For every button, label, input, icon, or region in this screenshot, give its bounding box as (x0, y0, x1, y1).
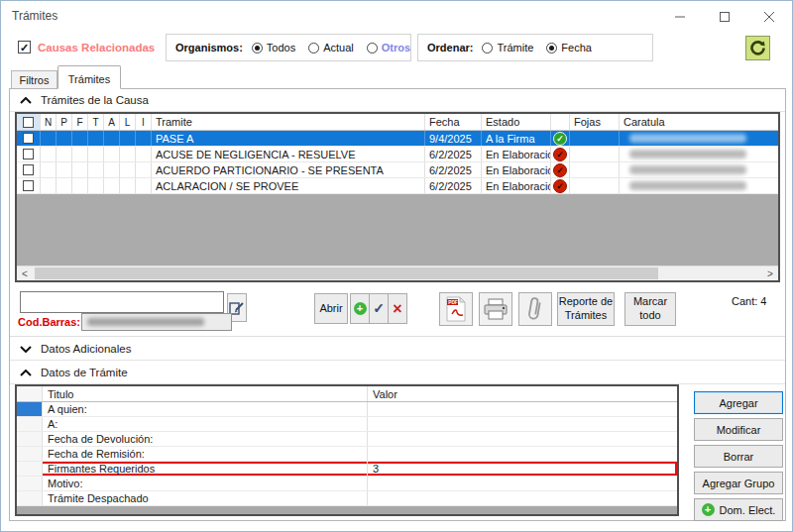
scroll-right-icon[interactable]: > (762, 268, 778, 279)
status-draft-icon: ✓ (553, 179, 567, 193)
column-header-t[interactable]: T (88, 114, 104, 130)
refresh-button[interactable] (745, 36, 770, 60)
column-header-p[interactable]: P (57, 114, 72, 130)
estado-cell: En Elaboración (482, 147, 551, 161)
flag-cell (104, 131, 120, 146)
scrollbar-thumb[interactable] (35, 267, 658, 279)
row-selector[interactable] (17, 432, 43, 446)
radio-fecha[interactable]: Fecha (546, 42, 592, 53)
flag-cell (136, 147, 152, 161)
cod-barras-input[interactable] (81, 313, 232, 331)
radio-icon (546, 43, 557, 53)
pdf-button[interactable]: PDF (439, 292, 473, 326)
button-label: Reporte de (559, 295, 613, 309)
organismos-groupbox: Organismos: TodosActualOtros (166, 34, 411, 61)
agregar-button[interactable]: Agregar (694, 391, 783, 414)
radio-tr-mite[interactable]: Trámite (482, 42, 533, 53)
flag-cell (104, 147, 120, 161)
minimize-button[interactable] (657, 2, 702, 31)
column-header-a[interactable]: A (104, 114, 120, 130)
estado-cell: A la Firma (482, 131, 551, 146)
tramite-search-input[interactable] (20, 291, 224, 313)
row-checkbox[interactable] (17, 178, 41, 193)
datos-row[interactable]: A: (17, 417, 677, 432)
column-header-f[interactable]: F (72, 114, 88, 130)
column-header-n[interactable]: N (41, 114, 57, 130)
radio-actual[interactable]: Actual (308, 42, 354, 53)
fojas-cell (570, 147, 620, 161)
flag-cell (120, 147, 136, 161)
column-header-i[interactable]: I (136, 114, 152, 130)
column-header-estado[interactable]: Estado (482, 114, 551, 130)
tab-tr-mites[interactable]: Trámites (57, 65, 121, 89)
causas-relacionadas-checkbox[interactable]: ✓ Causas Relacionadas (18, 41, 155, 53)
flag-cell (88, 147, 104, 161)
column-header-l[interactable]: L (120, 114, 136, 130)
horizontal-scrollbar[interactable]: < > (17, 266, 778, 280)
tramites-window: Trámites ✓ Causas Relacionadas Organismo… (0, 0, 793, 532)
row-checkbox[interactable] (17, 162, 41, 177)
confirm-button[interactable]: ✓ (369, 293, 389, 324)
scroll-left-icon[interactable]: < (17, 268, 33, 279)
row-checkbox[interactable] (17, 131, 41, 146)
titulo-cell: Fecha de Remisión: (43, 447, 368, 461)
column-header-titulo[interactable]: Titulo (43, 386, 368, 401)
column-header-fojas[interactable]: Fojas (570, 114, 620, 130)
datos-row[interactable]: Trámite Despachado (17, 491, 677, 506)
row-selector[interactable] (17, 462, 43, 476)
column-header-valor[interactable]: Valor (368, 386, 677, 401)
caratula-cell (620, 131, 778, 146)
table-row[interactable]: ACUSE DE NEGLIGENCIA - RESUELVE6/2/2025E… (17, 147, 778, 162)
row-checkbox[interactable] (17, 147, 41, 161)
section-title: Trámites de la Causa (41, 94, 149, 106)
column-header-caratula[interactable]: Caratula (620, 114, 778, 130)
agregar-grupo-button[interactable]: Agregar Grupo (694, 472, 783, 494)
add-button[interactable]: + (350, 293, 370, 324)
dom-elect-button[interactable]: +Dom. Elect. (694, 498, 783, 521)
table-row[interactable]: ACLARACION / SE PROVEE6/2/2025En Elabora… (17, 178, 778, 194)
borrar-button[interactable]: Borrar (694, 445, 783, 468)
flag-cell (41, 162, 57, 177)
column-header-tramite[interactable]: Tramite (152, 114, 425, 130)
row-selector[interactable] (17, 491, 43, 505)
maximize-button[interactable] (702, 2, 746, 31)
datos-de-tramite-header[interactable]: Datos de Trámite (10, 362, 785, 384)
close-button[interactable] (746, 2, 791, 31)
tramites-table-header: NPFTALITramiteFechaEstadoFojasCaratula (17, 114, 778, 131)
tab-filtros[interactable]: Filtros (11, 70, 57, 89)
row-selector[interactable] (17, 402, 43, 416)
table-bottom-scrollbar[interactable] (17, 506, 677, 514)
tramite-cell: PASE A (152, 131, 425, 146)
datos-row[interactable]: Motivo: (17, 477, 677, 491)
column-header-status[interactable] (551, 114, 570, 130)
datos-row[interactable]: A quien: (17, 402, 677, 417)
table-row[interactable]: PASE A9/4/2025A la Firma✓ (17, 131, 778, 147)
select-all-checkbox[interactable] (17, 114, 41, 130)
row-selector[interactable] (17, 477, 43, 490)
row-selector[interactable] (17, 447, 43, 461)
estado-cell: En Elaboración (482, 162, 551, 177)
modificar-button[interactable]: Modificar (694, 418, 783, 441)
delete-button[interactable]: × (388, 293, 407, 324)
reporte-de-tramites-button[interactable]: Reporte de Trámites (557, 292, 615, 326)
flag-cell (57, 162, 72, 177)
checkbox-icon (23, 149, 34, 160)
radio-otros[interactable]: Otros (367, 42, 410, 53)
datos-row[interactable]: Fecha de Remisión: (17, 447, 677, 462)
button-label: Marcar (633, 295, 667, 309)
scrollbar-track[interactable] (33, 266, 762, 280)
radio-todos[interactable]: Todos (252, 42, 295, 53)
abrir-button[interactable]: Abrir (314, 293, 348, 324)
attachment-button[interactable] (518, 292, 552, 326)
flag-cell (136, 131, 152, 146)
column-header-fecha[interactable]: Fecha (425, 114, 482, 130)
tramites-de-la-causa-header[interactable]: Trámites de la Causa (10, 89, 785, 112)
print-button[interactable] (479, 292, 512, 326)
marcar-todo-button[interactable]: Marcar todo (624, 292, 676, 326)
datos-adicionales-header[interactable]: Datos Adicionales (10, 338, 785, 361)
row-selector[interactable] (17, 417, 43, 431)
button-label: Dom. Elect. (720, 504, 776, 516)
datos-row[interactable]: Firmantes Requeridos3 (17, 462, 677, 477)
datos-row[interactable]: Fecha de Devolución: (17, 432, 677, 447)
table-row[interactable]: ACUERDO PARTICIONARIO - SE PRESENTA6/2/2… (17, 162, 778, 178)
